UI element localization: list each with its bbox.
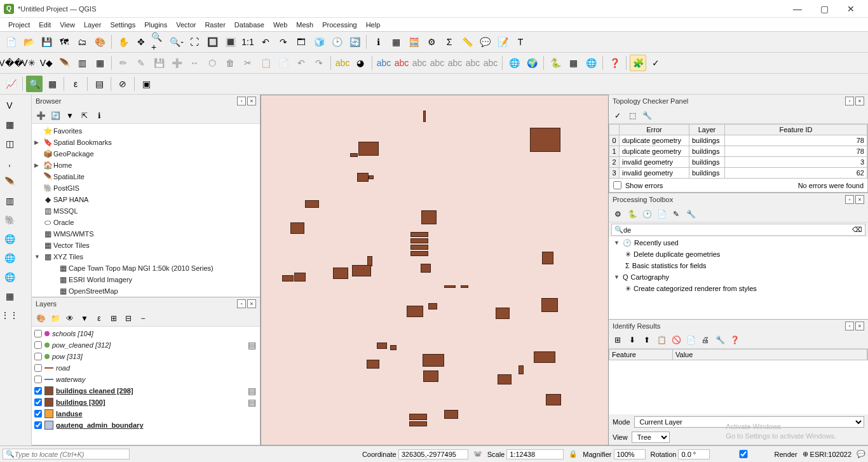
text-annotation-icon[interactable]: T <box>512 34 529 50</box>
measure-icon[interactable]: 📏 <box>459 34 475 50</box>
label-icon[interactable]: abc <box>334 55 351 71</box>
magnifier-input[interactable] <box>614 449 646 459</box>
clear-search-icon[interactable]: ⌫ <box>852 226 862 234</box>
select-by-expression-icon[interactable]: ε <box>67 76 84 92</box>
processing-algorithm[interactable]: ✳Create categorized renderer from styles <box>609 283 868 294</box>
expression-filter-icon[interactable]: ε <box>93 312 105 325</box>
topology-row[interactable]: 0duplicate geometrybuildings78 <box>609 135 868 146</box>
history-icon[interactable]: 🕑 <box>641 208 653 221</box>
layer-visibility-checkbox[interactable] <box>34 330 42 337</box>
building-feature[interactable] <box>282 275 294 282</box>
attribute-table-icon[interactable]: ▦ <box>388 34 404 50</box>
profile-icon[interactable]: 📈 <box>3 76 19 92</box>
building-feature[interactable] <box>444 410 458 419</box>
processing-search-input[interactable] <box>623 226 852 234</box>
new-project-icon[interactable]: 📄 <box>3 34 19 50</box>
vertex-tool-icon[interactable]: ⬡ <box>204 55 220 71</box>
copy-feature-icon[interactable]: 📄 <box>684 334 697 346</box>
building-feature[interactable] <box>407 306 423 317</box>
new-3d-view-icon[interactable]: 🧊 <box>311 34 327 50</box>
building-feature[interactable] <box>410 232 428 237</box>
rotation-input[interactable] <box>678 449 710 459</box>
processing-algorithm[interactable]: ΣBasic statistics for fields <box>609 260 868 271</box>
refresh-browser-icon[interactable]: 🔄 <box>49 109 62 122</box>
building-feature[interactable] <box>369 175 374 179</box>
add-xyz-icon[interactable]: ▦ <box>1 288 18 304</box>
remove-layer-icon[interactable]: − <box>137 312 149 325</box>
close-panel-icon[interactable]: × <box>855 97 864 105</box>
building-feature[interactable] <box>423 354 444 367</box>
scale-input[interactable] <box>506 449 564 459</box>
copy-icon[interactable]: 📋 <box>257 55 274 71</box>
building-feature[interactable] <box>358 142 379 156</box>
new-map-view-icon[interactable]: 🗔 <box>293 34 309 50</box>
label-rotate-icon[interactable]: abc <box>465 55 481 71</box>
crs-icon[interactable]: ⊕ <box>803 450 808 458</box>
add-wcs-icon[interactable]: 🌐 <box>1 250 18 266</box>
browser-item[interactable]: 📦GeoPackage <box>32 148 260 160</box>
add-layer-icon[interactable]: ➕ <box>34 109 47 122</box>
building-feature[interactable] <box>367 360 379 369</box>
add-spatialite-icon[interactable]: 🪶 <box>1 173 18 190</box>
layer-item[interactable]: buildings [300]▤ <box>32 397 260 408</box>
browser-tree[interactable]: ⭐Favorites▶🔖Spatial Bookmarks📦GeoPackage… <box>32 124 260 297</box>
building-feature[interactable] <box>444 285 456 288</box>
topology-row[interactable]: 2invalid geometrybuildings3 <box>609 157 868 168</box>
building-feature[interactable] <box>542 252 553 264</box>
layer-visibility-checkbox[interactable] <box>34 364 42 372</box>
identify-view-select[interactable]: Tree <box>632 431 670 443</box>
filter-browser-icon[interactable]: ▼ <box>64 109 76 122</box>
col-feature[interactable]: Feature <box>609 350 673 360</box>
toggle-edit-icon[interactable]: ✎ <box>133 55 149 71</box>
zoom-native-icon[interactable]: 1:1 <box>240 34 256 50</box>
add-group-icon[interactable]: 📁 <box>49 312 62 325</box>
building-feature[interactable] <box>294 273 306 282</box>
new-shapefile-icon[interactable]: V✳ <box>20 55 37 71</box>
pan-to-selection-icon[interactable]: ✥ <box>133 34 149 50</box>
edit-in-place-icon[interactable]: ✎ <box>670 208 682 221</box>
processing-group[interactable]: ▼QCartography <box>609 271 868 283</box>
osm-icon[interactable]: 🌍 <box>524 55 540 71</box>
building-feature[interactable] <box>377 343 387 349</box>
collapse-all-icon[interactable]: ⇱ <box>78 109 91 122</box>
col-value[interactable]: Value <box>673 350 867 360</box>
manage-visibility-icon[interactable]: 👁 <box>64 312 76 325</box>
undock-icon[interactable]: ▫ <box>237 299 246 308</box>
layer-item[interactable]: schools [104] <box>32 328 260 339</box>
building-feature[interactable] <box>428 303 437 309</box>
expand-all-icon[interactable]: ⬇ <box>626 334 639 346</box>
menu-processing[interactable]: Processing <box>318 20 361 30</box>
new-mesh-icon[interactable]: ▦ <box>92 55 108 71</box>
open-project-icon[interactable]: 📂 <box>20 34 37 50</box>
building-feature[interactable] <box>409 421 427 426</box>
plugin-globe-icon[interactable]: 🌐 <box>583 55 599 71</box>
geometry-checker-icon[interactable]: ✓ <box>648 55 664 71</box>
undock-icon[interactable]: ▫ <box>845 97 854 105</box>
python-console-icon[interactable]: 🐍 <box>547 55 564 71</box>
building-feature[interactable] <box>333 268 348 279</box>
crs-text[interactable]: ESRI:102022 <box>810 451 851 458</box>
label-pin-icon[interactable]: abc <box>411 55 428 71</box>
col-error[interactable]: Error <box>620 125 689 135</box>
browser-item[interactable]: ▦ESRI World Imagery <box>32 274 260 285</box>
locator-input[interactable] <box>15 451 126 458</box>
add-postgis-icon[interactable]: 🐘 <box>1 212 18 228</box>
layer-visibility-checkbox[interactable] <box>34 410 42 418</box>
layout-manager-icon[interactable]: 🗂 <box>74 34 90 50</box>
browser-item[interactable]: ▥MSSQL <box>32 205 260 217</box>
building-feature[interactable] <box>461 285 468 288</box>
collapse-all-icon[interactable]: ⬆ <box>641 334 653 346</box>
layer-item[interactable]: road <box>32 362 260 374</box>
layer-visibility-checkbox[interactable] <box>34 376 42 383</box>
menu-plugins[interactable]: Plugins <box>140 20 172 30</box>
collapse-all-icon[interactable]: ⊟ <box>122 312 135 325</box>
temporal-icon[interactable]: 🕑 <box>329 34 345 50</box>
properties-widget-icon[interactable]: ℹ <box>93 109 105 122</box>
add-pointcloud-icon[interactable]: ⋮⋮ <box>1 307 18 323</box>
identify-icon[interactable]: ℹ <box>370 34 386 50</box>
save-project-icon[interactable]: 💾 <box>38 34 55 50</box>
zoom-full-icon[interactable]: ⛶ <box>186 34 203 50</box>
menu-view[interactable]: View <box>55 20 79 30</box>
browser-item[interactable]: ▼▦XYZ Tiles <box>32 251 260 262</box>
lock-scale-icon[interactable]: 🔒 <box>569 450 578 458</box>
